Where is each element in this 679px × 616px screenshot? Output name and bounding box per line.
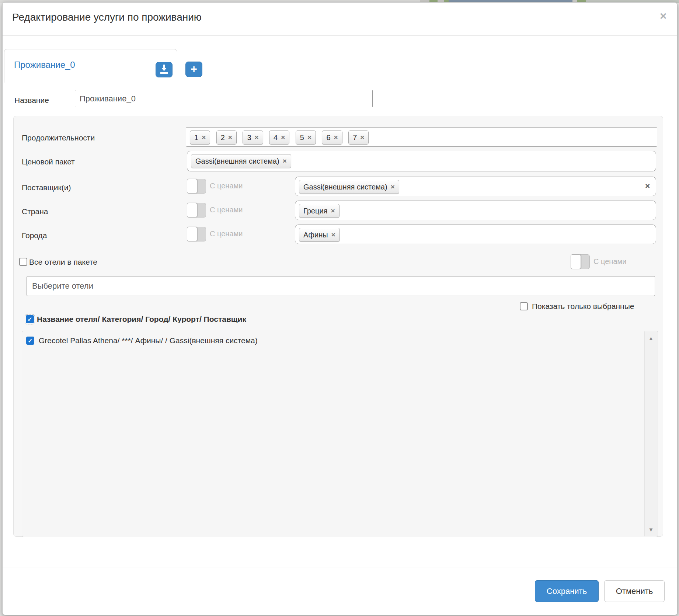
scroll-down-button[interactable]: ▼ bbox=[645, 526, 657, 533]
duration-tag: 3× bbox=[243, 130, 263, 145]
remove-tag-icon[interactable]: × bbox=[255, 133, 259, 142]
check-icon: ✓ bbox=[27, 337, 34, 344]
show-selected-label: Показать только выбранные bbox=[532, 302, 634, 311]
country-with-prices-toggle[interactable] bbox=[187, 203, 206, 217]
remove-tag-icon[interactable]: × bbox=[281, 133, 285, 142]
country-with-prices-label: С ценами bbox=[210, 206, 243, 214]
suppliers-with-prices-label: С ценами bbox=[210, 182, 243, 190]
country-tag: Греция× bbox=[299, 204, 340, 218]
remove-tag-icon[interactable]: × bbox=[228, 133, 232, 142]
remove-tag-icon[interactable]: × bbox=[331, 207, 335, 215]
suppliers-with-prices-toggle[interactable] bbox=[187, 179, 206, 194]
cities-label: Города bbox=[22, 231, 47, 240]
remove-tag-icon[interactable]: × bbox=[331, 231, 335, 239]
toggle-knob bbox=[571, 254, 581, 269]
tab-prozhivanie-0[interactable]: Проживание_0 bbox=[4, 49, 177, 83]
country-label: Страна bbox=[22, 207, 48, 216]
name-input[interactable] bbox=[75, 90, 373, 107]
duration-tag: 5× bbox=[296, 130, 316, 145]
clear-field-icon[interactable]: × bbox=[645, 181, 650, 191]
remove-tag-icon[interactable]: × bbox=[391, 183, 395, 191]
durations-label: Продолжительности bbox=[22, 133, 95, 142]
hotels-search-input[interactable] bbox=[27, 276, 655, 296]
price-package-label: Ценовой пакет bbox=[22, 157, 75, 166]
scroll-up-button[interactable]: ▲ bbox=[645, 335, 657, 341]
scroll-down-icon: ▼ bbox=[648, 526, 654, 533]
remove-tag-icon[interactable]: × bbox=[334, 133, 338, 142]
cities-tags-input[interactable]: Афины× bbox=[295, 225, 656, 244]
save-button[interactable]: Сохранить bbox=[535, 580, 599, 602]
toggle-knob bbox=[187, 179, 197, 194]
toggle-knob bbox=[187, 203, 197, 217]
suppliers-label: Поставщик(и) bbox=[22, 183, 71, 192]
hotels-header-checkbox[interactable]: ✓ bbox=[26, 315, 34, 323]
tab-label: Проживание_0 bbox=[14, 60, 75, 70]
edit-accommodation-dialog: Редактирование услуги по проживанию × Пр… bbox=[2, 2, 678, 615]
suppliers-tags-input[interactable]: Gassi(внешняя система)× × bbox=[295, 177, 656, 196]
price-package-tags-input[interactable]: Gassi(внешняя система)× bbox=[187, 151, 656, 171]
check-icon: ✓ bbox=[27, 316, 33, 323]
show-selected-checkbox[interactable]: ✓ bbox=[520, 302, 528, 310]
remove-tag-icon[interactable]: × bbox=[202, 133, 206, 142]
download-tab-button[interactable] bbox=[156, 62, 173, 77]
close-icon: × bbox=[660, 9, 667, 22]
cancel-button[interactable]: Отменить bbox=[604, 580, 665, 602]
hotel-label: Grecotel Pallas Athena/ ***/ Афины/ / Ga… bbox=[39, 336, 258, 345]
durations-tags-input[interactable]: 1× 2× 3× 4× 5× 6× 7× bbox=[186, 127, 657, 147]
download-icon bbox=[156, 62, 172, 76]
toggle-knob bbox=[187, 227, 197, 241]
city-tag: Афины× bbox=[299, 228, 340, 242]
supplier-tag: Gassi(внешняя система)× bbox=[299, 180, 399, 194]
duration-tag: 1× bbox=[190, 130, 210, 145]
remove-tag-icon[interactable]: × bbox=[307, 133, 311, 142]
duration-tag: 6× bbox=[322, 130, 342, 145]
footer-divider bbox=[3, 567, 677, 567]
form-panel: Продолжительности 1× 2× 3× 4× 5× 6× 7× Ц… bbox=[13, 116, 663, 537]
country-tags-input[interactable]: Греция× bbox=[295, 201, 656, 220]
hotels-with-prices-label: С ценами bbox=[593, 257, 626, 266]
header-divider bbox=[3, 35, 677, 36]
name-label: Название bbox=[14, 96, 49, 105]
hotels-header-label: Название отеля/ Категория/ Город/ Курорт… bbox=[37, 315, 246, 324]
close-button[interactable]: × bbox=[656, 8, 671, 23]
price-package-tag: Gassi(внешняя система)× bbox=[191, 154, 291, 168]
scroll-up-icon: ▲ bbox=[648, 335, 654, 341]
plus-icon: + bbox=[186, 62, 202, 76]
hotels-list-scrollbar[interactable]: ▲ ▼ bbox=[644, 331, 657, 536]
remove-tag-icon[interactable]: × bbox=[283, 157, 287, 165]
screen: Редактирование услуги по проживанию × Пр… bbox=[0, 0, 679, 616]
cities-with-prices-toggle[interactable] bbox=[187, 227, 206, 241]
duration-tag: 7× bbox=[348, 130, 369, 145]
hotel-checkbox[interactable]: ✓ bbox=[26, 337, 34, 345]
hotels-with-prices-toggle[interactable] bbox=[571, 254, 590, 269]
cities-with-prices-label: С ценами bbox=[210, 230, 243, 238]
add-tab-button[interactable]: + bbox=[185, 62, 202, 77]
dialog-title: Редактирование услуги по проживанию bbox=[12, 11, 202, 23]
remove-tag-icon[interactable]: × bbox=[360, 133, 364, 142]
duration-tag: 4× bbox=[269, 130, 289, 145]
hotels-list: ✓ Grecotel Pallas Athena/ ***/ Афины/ / … bbox=[22, 331, 658, 537]
all-hotels-label: Все отели в пакете bbox=[29, 258, 97, 267]
all-hotels-checkbox[interactable]: ✓ bbox=[19, 258, 27, 266]
duration-tag: 2× bbox=[216, 130, 237, 145]
